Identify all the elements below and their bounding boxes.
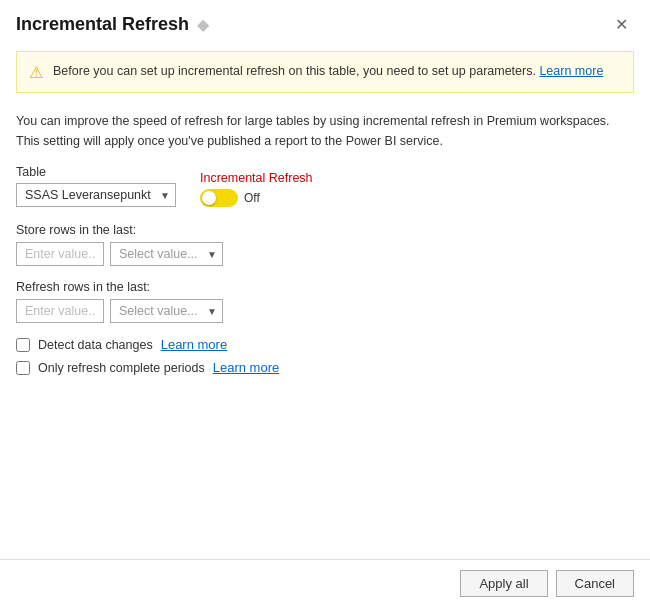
table-refresh-row: Table SSAS Leveransepunkt ▼ Incremental … — [16, 165, 634, 207]
complete-periods-label: Only refresh complete periods — [38, 361, 205, 375]
close-button[interactable]: ✕ — [609, 15, 634, 35]
complete-periods-checkbox[interactable] — [16, 361, 30, 375]
diamond-icon: ◆ — [197, 15, 209, 34]
refresh-rows-value-input[interactable] — [16, 299, 104, 323]
table-field-group: Table SSAS Leveransepunkt ▼ — [16, 165, 176, 207]
refresh-rows-select-wrapper: Select value... ▼ — [110, 299, 223, 323]
refresh-rows-unit-select[interactable]: Select value... — [110, 299, 223, 323]
table-label: Table — [16, 165, 176, 179]
toggle-track[interactable] — [200, 189, 238, 207]
detect-changes-row: Detect data changes Learn more — [16, 337, 634, 352]
table-select-wrapper: SSAS Leveransepunkt ▼ — [16, 183, 176, 207]
detect-changes-learn-more-link[interactable]: Learn more — [161, 337, 227, 352]
warning-banner: ⚠ Before you can set up incremental refr… — [16, 51, 634, 93]
warning-text: Before you can set up incremental refres… — [53, 62, 603, 81]
apply-all-button[interactable]: Apply all — [460, 570, 547, 597]
dialog-title: Incremental Refresh — [16, 14, 189, 35]
store-rows-select-wrapper: Select value... ▼ — [110, 242, 223, 266]
main-content: Table SSAS Leveransepunkt ▼ Incremental … — [0, 161, 650, 559]
table-select[interactable]: SSAS Leveransepunkt — [16, 183, 176, 207]
toggle-thumb — [202, 191, 216, 205]
warning-icon: ⚠ — [29, 63, 43, 82]
incremental-refresh-field-group: Incremental Refresh Off — [200, 171, 313, 207]
complete-periods-learn-more-link[interactable]: Learn more — [213, 360, 279, 375]
dialog-footer: Apply all Cancel — [0, 559, 650, 607]
store-rows-unit-select[interactable]: Select value... — [110, 242, 223, 266]
store-rows-section: Store rows in the last: Select value... … — [16, 223, 634, 266]
store-rows-label: Store rows in the last: — [16, 223, 634, 237]
store-rows-input-row: Select value... ▼ — [16, 242, 634, 266]
warning-learn-more-link[interactable]: Learn more — [539, 64, 603, 78]
detect-changes-label: Detect data changes — [38, 338, 153, 352]
incremental-refresh-dialog: Incremental Refresh ◆ ✕ ⚠ Before you can… — [0, 0, 650, 607]
title-area: Incremental Refresh ◆ — [16, 14, 209, 35]
refresh-rows-input-row: Select value... ▼ — [16, 299, 634, 323]
toggle-container: Off — [200, 189, 313, 207]
store-rows-value-input[interactable] — [16, 242, 104, 266]
title-bar: Incremental Refresh ◆ ✕ — [0, 0, 650, 43]
refresh-rows-section: Refresh rows in the last: Select value..… — [16, 280, 634, 323]
toggle-state-label: Off — [244, 191, 260, 205]
description-text: You can improve the speed of refresh for… — [0, 101, 650, 161]
cancel-button[interactable]: Cancel — [556, 570, 634, 597]
refresh-rows-label: Refresh rows in the last: — [16, 280, 634, 294]
incremental-refresh-label: Incremental Refresh — [200, 171, 313, 185]
complete-periods-row: Only refresh complete periods Learn more — [16, 360, 634, 375]
detect-changes-checkbox[interactable] — [16, 338, 30, 352]
